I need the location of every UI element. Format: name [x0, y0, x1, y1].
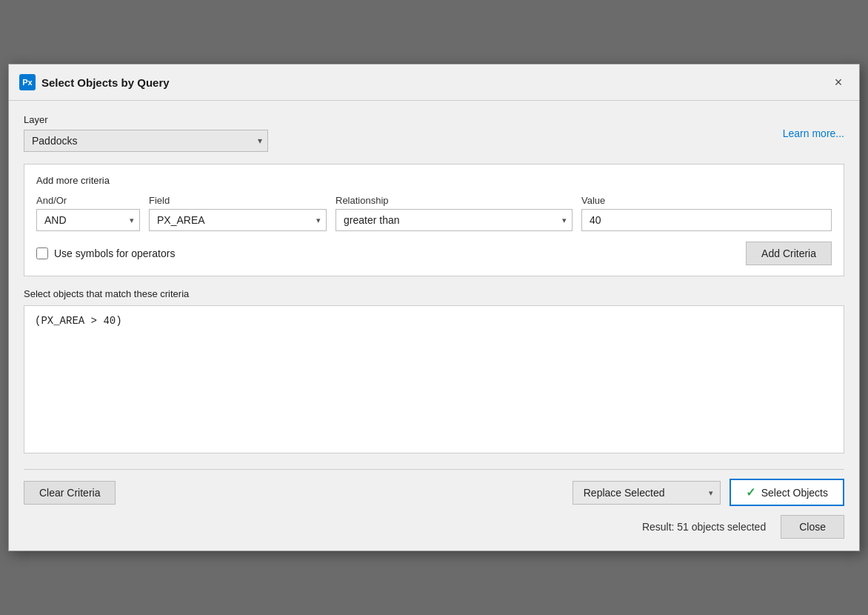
learn-more-link[interactable]: Learn more... — [783, 127, 844, 139]
close-title-btn[interactable]: × — [828, 72, 849, 93]
andor-field: And/Or AND OR ▾ — [36, 195, 140, 231]
query-textarea[interactable]: (PX_AREA > 40) — [24, 305, 844, 453]
title-bar: Px Select Objects by Query × — [9, 64, 859, 101]
footer-bar: Result: 51 objects selected Close — [24, 515, 844, 539]
layer-section: Layer Paddocks Roads Buildings ▾ Learn m… — [24, 114, 844, 152]
value-field: Value — [581, 195, 832, 231]
close-dialog-button[interactable]: Close — [781, 515, 844, 539]
select-objects-label: Select Objects — [761, 487, 828, 499]
result-text: Result: 51 objects selected — [642, 521, 766, 533]
bottom-bar: Clear Criteria Replace Selected Add to S… — [24, 469, 844, 506]
bottom-right: Replace Selected Add to Selection Remove… — [572, 479, 844, 506]
dialog-title: Select Objects by Query — [41, 76, 170, 89]
layer-select-wrapper: Paddocks Roads Buildings ▾ — [24, 130, 268, 152]
select-objects-button[interactable]: ✓ Select Objects — [730, 479, 844, 506]
use-symbols-label[interactable]: Use symbols for operators — [54, 247, 175, 259]
clear-criteria-button[interactable]: Clear Criteria — [24, 481, 116, 505]
value-input[interactable] — [581, 209, 832, 231]
andor-select-container: AND OR ▾ — [36, 209, 140, 231]
layer-left: Layer Paddocks Roads Buildings ▾ — [24, 114, 268, 152]
layer-label: Layer — [24, 114, 268, 125]
replace-select[interactable]: Replace Selected Add to Selection Remove… — [572, 481, 721, 505]
field-select-container: PX_AREA PX_NAME PX_ID ▾ — [149, 209, 327, 231]
relationship-label: Relationship — [335, 195, 572, 206]
check-icon: ✓ — [746, 485, 755, 499]
criteria-section: Add more criteria And/Or AND OR ▾ Fiel — [24, 164, 844, 276]
andor-label: And/Or — [36, 195, 140, 206]
query-label: Select objects that match these criteria — [24, 288, 844, 299]
criteria-title: Add more criteria — [36, 175, 832, 186]
relationship-select[interactable]: greater than less than equal to not equa… — [335, 209, 572, 231]
criteria-row: And/Or AND OR ▾ Field PX_AREA — [36, 195, 832, 231]
criteria-bottom-row: Use symbols for operators Add Criteria — [36, 242, 832, 265]
field-field: Field PX_AREA PX_NAME PX_ID ▾ — [149, 195, 327, 231]
add-criteria-button[interactable]: Add Criteria — [746, 242, 832, 265]
use-symbols-row: Use symbols for operators — [36, 247, 175, 259]
app-icon: Px — [19, 74, 36, 90]
relationship-select-container: greater than less than equal to not equa… — [335, 209, 572, 231]
dialog-body: Layer Paddocks Roads Buildings ▾ Learn m… — [9, 101, 859, 551]
value-label: Value — [581, 195, 832, 206]
replace-select-wrapper: Replace Selected Add to Selection Remove… — [572, 481, 721, 505]
query-section: Select objects that match these criteria… — [24, 288, 844, 456]
andor-select[interactable]: AND OR — [36, 209, 140, 231]
use-symbols-checkbox[interactable] — [36, 247, 48, 259]
field-label: Field — [149, 195, 327, 206]
relationship-field: Relationship greater than less than equa… — [335, 195, 572, 231]
layer-select[interactable]: Paddocks Roads Buildings — [24, 130, 268, 152]
field-select[interactable]: PX_AREA PX_NAME PX_ID — [149, 209, 327, 231]
main-dialog: Px Select Objects by Query × Layer Paddo… — [8, 64, 860, 551]
title-bar-left: Px Select Objects by Query — [19, 74, 170, 90]
